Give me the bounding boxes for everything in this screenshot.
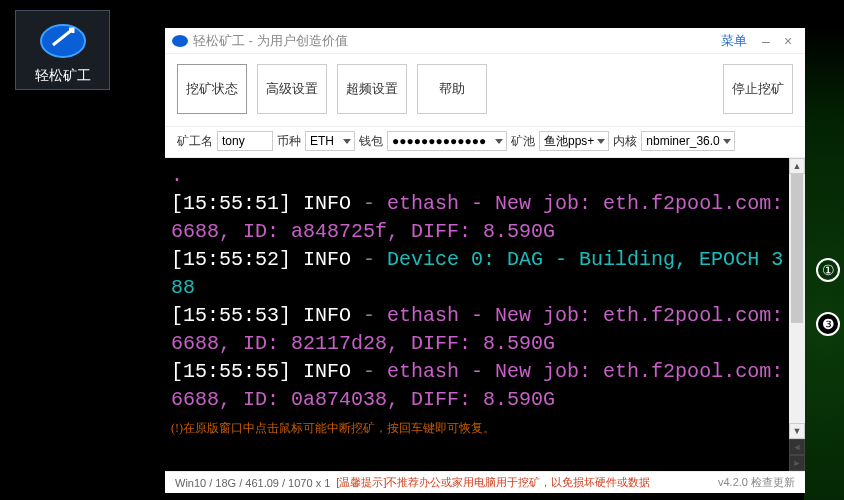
core-select[interactable]: nbminer_36.0: [641, 131, 734, 151]
bg-ring-1: ①: [816, 258, 840, 282]
system-info: Win10 / 18G / 461.09 / 1070 x 1: [175, 477, 330, 489]
stop-mining-button[interactable]: 停止挖矿: [723, 64, 793, 114]
svg-point-2: [172, 35, 188, 47]
app-icon: [39, 17, 87, 65]
close-button[interactable]: ×: [777, 33, 799, 49]
tab-advanced[interactable]: 高级设置: [257, 64, 327, 114]
pool-label: 矿池: [511, 133, 535, 150]
console-area: . [15:55:51] INFO - ethash - New job: et…: [165, 158, 805, 471]
wallet-select[interactable]: ●●●●●●●●●●●●●: [387, 131, 507, 151]
version-check[interactable]: v4.2.0 检查更新: [718, 475, 795, 490]
console-warning: (!)在原版窗口中点击鼠标可能中断挖矿，按回车键即可恢复。: [171, 420, 787, 437]
scroll-left-icon[interactable]: ◄: [789, 439, 805, 455]
scroll-thumb[interactable]: [791, 174, 803, 323]
titlebar: 轻松矿工 - 为用户创造价值 菜单 – ×: [165, 28, 805, 54]
coin-label: 币种: [277, 133, 301, 150]
scroll-down-icon[interactable]: ▼: [789, 423, 805, 439]
toolbar: 挖矿状态 高级设置 超频设置 帮助 停止挖矿: [165, 54, 805, 127]
window-icon: [171, 32, 189, 50]
tab-mining-status[interactable]: 挖矿状态: [177, 64, 247, 114]
tab-help[interactable]: 帮助: [417, 64, 487, 114]
window-title: 轻松矿工 - 为用户创造价值: [193, 32, 721, 50]
wallet-label: 钱包: [359, 133, 383, 150]
config-row: 矿工名 币种 ETH 钱包 ●●●●●●●●●●●●● 矿池 鱼池pps+ 内核…: [165, 127, 805, 158]
tab-overclock[interactable]: 超频设置: [337, 64, 407, 114]
app-window: 轻松矿工 - 为用户创造价值 菜单 – × 挖矿状态 高级设置 超频设置 帮助 …: [165, 28, 805, 493]
console-scrollbar[interactable]: ▲ ▼ ◄ ►: [789, 158, 805, 471]
scroll-track[interactable]: [789, 174, 805, 423]
minimize-button[interactable]: –: [755, 33, 777, 49]
desktop-background: ① ❸: [804, 28, 844, 500]
miner-label: 矿工名: [177, 133, 213, 150]
coin-select[interactable]: ETH: [305, 131, 355, 151]
core-label: 内核: [613, 133, 637, 150]
console-output: . [15:55:51] INFO - ethash - New job: et…: [165, 158, 789, 471]
desktop-shortcut[interactable]: 轻松矿工: [15, 10, 110, 90]
status-tip: [温馨提示]不推荐办公或家用电脑用于挖矿，以免损坏硬件或数据: [336, 475, 650, 490]
statusbar: Win10 / 18G / 461.09 / 1070 x 1 [温馨提示]不推…: [165, 471, 805, 493]
scroll-up-icon[interactable]: ▲: [789, 158, 805, 174]
bg-ring-2: ❸: [816, 312, 840, 336]
menu-button[interactable]: 菜单: [721, 32, 747, 50]
pool-select[interactable]: 鱼池pps+: [539, 131, 609, 151]
desktop-shortcut-label: 轻松矿工: [16, 67, 109, 85]
scroll-right-icon[interactable]: ►: [789, 455, 805, 471]
miner-input[interactable]: [217, 131, 273, 151]
